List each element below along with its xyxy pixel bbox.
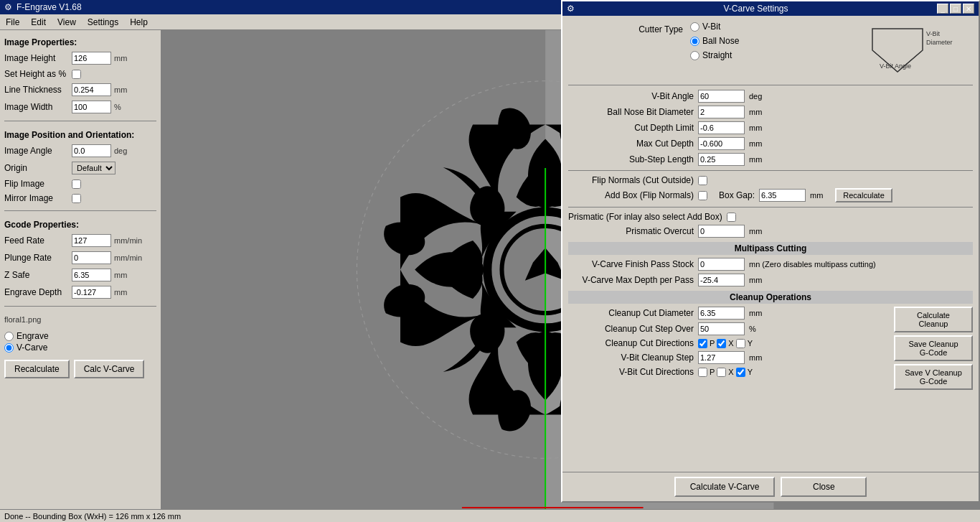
status-text: Done -- Bounding Box (WxH) = 126 mm x 12… [4, 512, 181, 521]
cleanup-step-over-input[interactable] [698, 322, 745, 335]
add-box-row: Add Box (Flip Normals) Box Gap: mm Recal… [568, 188, 973, 202]
image-angle-label: Image Angle [4, 146, 69, 156]
z-safe-input[interactable] [72, 269, 111, 281]
engrave-radio[interactable] [4, 332, 14, 341]
cut-depth-limit-input[interactable] [698, 121, 745, 134]
save-v-cleanup-gcode-button[interactable]: Save V CleanupG-Code [894, 364, 973, 390]
cleanup-x-label: X [728, 339, 733, 348]
vbit-cleanup-step-input[interactable] [698, 351, 745, 364]
box-gap-input[interactable] [759, 189, 806, 202]
max-cut-depth-row: Max Cut Depth mm [568, 137, 973, 150]
vbit-radio[interactable] [690, 22, 699, 32]
vcarve-max-depth-input[interactable] [698, 274, 745, 286]
mode-radio-group: Engrave V-Carve [4, 331, 49, 353]
image-width-label: Image Width [4, 102, 69, 112]
vbit-cleanup-step-row: V-Bit Cleanup Step mm [568, 351, 888, 364]
cut-depth-limit-unit: mm [749, 123, 767, 132]
straight-radio-label: Straight [702, 50, 732, 60]
calculate-cleanup-button[interactable]: CalculateCleanup [894, 307, 973, 332]
modal-close-bottom-button[interactable]: Close [781, 477, 867, 497]
plunge-rate-input[interactable] [72, 251, 111, 264]
vbit-x-checkbox[interactable] [717, 368, 726, 377]
cleanup-cut-diameter-unit: mm [749, 309, 767, 317]
vcarve-max-depth-row: V-Carve Max Depth per Pass mm [568, 274, 973, 286]
cleanup-cut-diameter-row: Cleanup Cut Diameter mm [568, 307, 888, 320]
image-height-input[interactable] [72, 52, 111, 65]
ball-nose-diameter-input[interactable] [698, 106, 745, 118]
cleanup-section: Cleanup Cut Diameter mm Cleanup Cut Step… [568, 307, 973, 390]
vbit-angle-input[interactable] [698, 90, 745, 103]
cutter-diagram: V-Bit Diameter V-Bit Angle [791, 22, 973, 79]
vcarve-finish-pass-input[interactable] [698, 258, 745, 271]
calculate-cleanup-label: CalculateCleanup [917, 311, 950, 328]
image-angle-input[interactable] [72, 144, 111, 157]
recalculate-button[interactable]: Recalculate [4, 360, 70, 378]
svg-text:Diameter: Diameter [926, 39, 953, 46]
cleanup-x-checkbox[interactable] [717, 339, 726, 348]
z-safe-unit: mm [114, 271, 127, 279]
vcarve-radio-label: V-Carve [17, 342, 47, 353]
separator-3 [4, 306, 156, 307]
prismatic-overcut-input[interactable] [698, 225, 745, 238]
modal-restore-button[interactable]: □ [950, 4, 961, 14]
menu-edit[interactable]: Edit [25, 16, 52, 29]
calc-vcarve-button[interactable]: Calc V-Carve [74, 360, 145, 378]
menu-settings[interactable]: Settings [82, 16, 124, 29]
recalculate-modal-button[interactable]: Recalculate [835, 188, 892, 202]
modal-minimize-button[interactable]: _ [937, 4, 948, 14]
save-cleanup-gcode-button[interactable]: Save CleanupG-Code [894, 335, 973, 361]
flip-normals-label: Flip Normals (Cut Outside) [568, 175, 694, 185]
vcarve-finish-pass-unit: mn (Zero disables multipass cutting) [749, 260, 876, 269]
set-height-checkbox[interactable] [72, 70, 81, 79]
modal-title: V-Carve Settings [723, 4, 788, 14]
menu-view[interactable]: View [52, 16, 82, 29]
engrave-depth-row: Engrave Depth mm [4, 286, 156, 299]
flip-normals-checkbox[interactable] [698, 176, 707, 185]
ball-nose-radio[interactable] [690, 37, 699, 46]
add-box-checkbox[interactable] [698, 191, 707, 200]
cleanup-p-label: P [710, 339, 715, 348]
vbit-cleanup-step-label: V-Bit Cleanup Step [568, 353, 694, 363]
cleanup-y-checkbox[interactable] [736, 339, 745, 348]
ball-nose-radio-row: Ball Nose [690, 36, 783, 46]
mirror-image-label: Mirror Image [4, 193, 69, 203]
svg-text:V-Bit Angle: V-Bit Angle [880, 62, 911, 70]
vbit-cleanup-step-unit: mm [749, 353, 767, 362]
cleanup-cut-diameter-input[interactable] [698, 307, 745, 320]
cleanup-p-checkbox[interactable] [698, 339, 707, 348]
vcarve-max-depth-unit: mm [749, 276, 767, 284]
origin-row: Origin Default [4, 162, 156, 174]
engrave-depth-input[interactable] [72, 286, 111, 299]
menu-help[interactable]: Help [124, 16, 154, 29]
mirror-image-checkbox[interactable] [72, 194, 81, 203]
vbit-y-checkbox[interactable] [736, 368, 745, 377]
modal-title-buttons: _ □ ✕ [937, 4, 974, 14]
flip-image-checkbox[interactable] [72, 180, 81, 189]
prismatic-label: Prismatic (For inlay also select Add Box… [568, 212, 722, 222]
prismatic-checkbox[interactable] [727, 213, 736, 222]
image-width-input[interactable] [72, 101, 111, 113]
vbit-p-checkbox[interactable] [698, 368, 707, 377]
box-gap-unit: mm [810, 191, 828, 200]
max-cut-depth-input[interactable] [698, 137, 745, 150]
feed-rate-input[interactable] [72, 234, 111, 247]
separator-2 [4, 210, 156, 211]
filename-label: floral1.png [4, 315, 156, 324]
cut-depth-limit-label: Cut Depth Limit [568, 123, 694, 133]
sub-step-length-input[interactable] [698, 153, 745, 166]
calculate-vcarve-button[interactable]: Calculate V-Carve [674, 477, 776, 497]
straight-radio[interactable] [690, 51, 699, 60]
vbit-angle-row: V-Bit Angle deg [568, 90, 973, 103]
modal-close-button[interactable]: ✕ [963, 4, 974, 14]
modal-sep-2 [568, 170, 973, 171]
menu-file[interactable]: File [0, 16, 25, 29]
line-thickness-input[interactable] [72, 83, 111, 96]
vbit-y-label: Y [748, 368, 753, 376]
cutter-type-section: Cutter Type V-Bit Ball Nose [568, 22, 973, 79]
cleanup-step-over-label: Cleanup Cut Step Over [568, 324, 694, 334]
vbit-radio-label: V-Bit [702, 22, 720, 32]
vcarve-radio[interactable] [4, 343, 14, 353]
origin-select[interactable]: Default [72, 162, 116, 174]
z-safe-row: Z Safe mm [4, 269, 156, 281]
cleanup-directions-row: Cleanup Cut Directions P X Y [568, 338, 888, 348]
